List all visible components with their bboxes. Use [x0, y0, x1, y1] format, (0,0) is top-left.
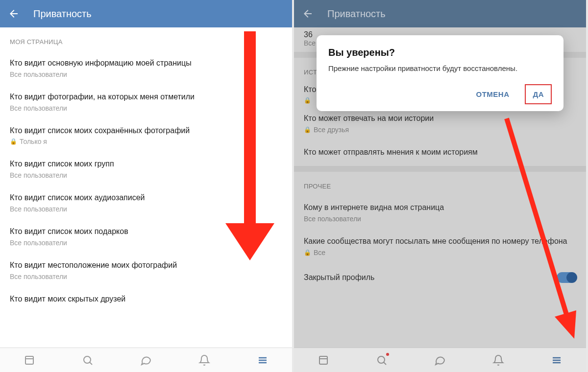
- item-title: Кто видит список моих подарков: [10, 227, 282, 237]
- back-arrow-icon[interactable]: [8, 8, 20, 20]
- privacy-item[interactable]: Кто видит фотографии, на которых меня от…: [0, 85, 292, 119]
- nav-menu-icon[interactable]: [256, 354, 269, 367]
- left-screen: Приватность МОЯ СТРАНИЦА Кто видит основ…: [0, 0, 294, 372]
- privacy-item[interactable]: Кто видит список моих аудиозаписей Все п…: [0, 186, 292, 220]
- privacy-item[interactable]: Кто видит список моих групп Все пользова…: [0, 152, 292, 186]
- header: Приватность: [0, 0, 292, 27]
- dialog-title: Вы уверены?: [328, 47, 552, 58]
- page-title: Приватность: [33, 8, 92, 20]
- svg-rect-0: [25, 356, 33, 364]
- item-sub: Все пользователи: [10, 171, 282, 179]
- item-title: Кто видит список моих групп: [10, 159, 282, 169]
- section-header-mypage: МОЯ СТРАНИЦА: [0, 27, 292, 51]
- privacy-item[interactable]: Кто видит список моих подарков Все польз…: [0, 220, 292, 254]
- item-title: Кто видит список моих сохранённых фотогр…: [10, 126, 282, 136]
- confirm-button[interactable]: ДА: [525, 84, 552, 104]
- svg-line-3: [90, 362, 92, 365]
- lock-icon: 🔒: [10, 138, 17, 145]
- item-sub: Все пользователи: [10, 273, 282, 280]
- item-title: Кто видит список моих аудиозаписей: [10, 193, 282, 203]
- item-title: Кто видит местоположение моих фотографий: [10, 260, 282, 271]
- svg-point-2: [84, 356, 91, 363]
- nav-notifications-icon[interactable]: [198, 354, 211, 367]
- privacy-item[interactable]: Кто видит местоположение моих фотографий…: [0, 254, 292, 287]
- nav-search-icon[interactable]: [81, 354, 94, 367]
- item-title: Кто видит фотографии, на которых меня от…: [10, 92, 282, 102]
- privacy-item[interactable]: Кто видит список моих сохранённых фотогр…: [0, 119, 292, 153]
- cancel-button[interactable]: ОТМЕНА: [469, 85, 516, 103]
- item-sub: Все пользователи: [10, 205, 282, 213]
- nav-messages-icon[interactable]: [140, 354, 152, 367]
- item-sub: Все пользователи: [10, 104, 282, 112]
- dialog-message: Прежние настройки приватности будут восс…: [328, 64, 552, 72]
- item-sub: Все пользователи: [10, 70, 282, 78]
- item-sub: 🔒 Только я: [10, 138, 282, 145]
- dialog-actions: ОТМЕНА ДА: [328, 84, 552, 104]
- item-title: Кто видит основную информацию моей стран…: [10, 58, 282, 69]
- right-screen: Приватность 36 Все ИСТО Кто 🔒 Кто может …: [294, 0, 588, 372]
- privacy-item[interactable]: Кто видит моих скрытых друзей: [0, 287, 292, 313]
- modal-overlay[interactable]: Вы уверены? Прежние настройки приватност…: [294, 0, 586, 372]
- bottom-nav: [0, 348, 292, 372]
- item-sub: Все пользователи: [10, 239, 282, 247]
- privacy-item[interactable]: Кто видит основную информацию моей стран…: [0, 51, 292, 85]
- settings-list[interactable]: МОЯ СТРАНИЦА Кто видит основную информац…: [0, 27, 292, 348]
- nav-news-icon[interactable]: [23, 354, 36, 367]
- item-title: Кто видит моих скрытых друзей: [10, 294, 282, 304]
- item-sub-text: Только я: [20, 138, 47, 145]
- confirm-dialog: Вы уверены? Прежние настройки приватност…: [317, 35, 564, 111]
